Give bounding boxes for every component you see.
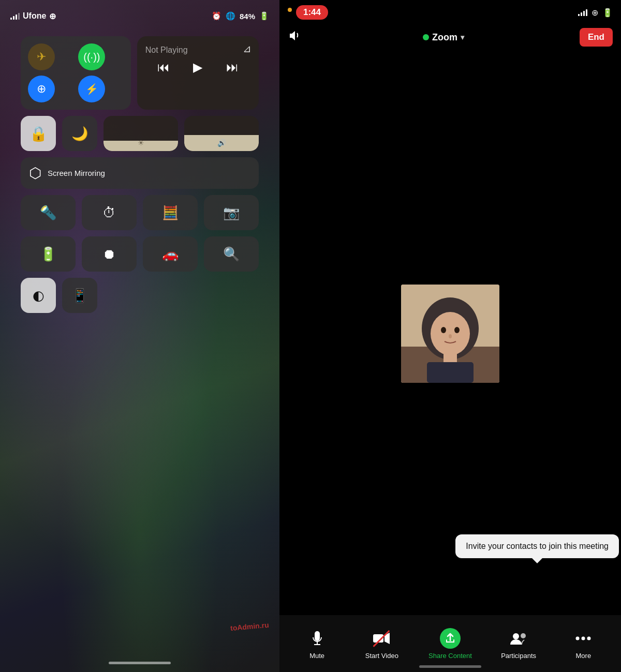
mute-button[interactable]: Mute [299,628,335,660]
participant-face [401,285,499,383]
sig-bar-1 [578,14,580,16]
media-forward-button[interactable]: ⏭ [226,60,239,74]
calculator-button[interactable]: 🧮 [143,195,198,230]
svg-point-13 [521,633,526,638]
wifi-icon: ⊕ [37,82,46,96]
status-icons-right: ⊕ 🔋 [578,8,613,18]
calculator-icon: 🧮 [162,205,179,221]
time-display: 1:44 [296,5,328,20]
airplane-mode-button[interactable]: ✈ [28,43,55,70]
media-not-playing: Not Playing [145,46,250,55]
status-bar-right: 1:44 ⊕ 🔋 [279,0,621,23]
end-meeting-button[interactable]: End [580,28,613,47]
status-bar-left: Ufone ⊕ ⏰ 🌐 84% 🔋 [0,0,279,26]
screen-mirror-label: Screen Mirroring [48,169,105,177]
video-area: Invite your contacts to join this meetin… [279,52,621,615]
svg-rect-8 [427,362,474,383]
cc-second-row: 🔒 🌙 ☀ 🔊 [21,116,259,151]
start-video-button[interactable]: Start Video [364,628,400,660]
svg-point-14 [576,636,580,640]
timer-button[interactable]: ⏱ [82,195,137,230]
torch-button[interactable]: 🔦 [21,195,76,230]
invite-tooltip-text: Invite your contacts to join this meetin… [466,542,609,550]
zoom-meeting-title[interactable]: Zoom ▾ [423,32,464,43]
alarm-icon: ⏰ [212,11,221,21]
svg-point-5 [454,327,460,333]
brightness-slider[interactable]: ☀ [103,116,178,151]
remote-button[interactable]: 📱 [62,278,97,313]
sig-bar-4 [586,9,587,16]
camera-button[interactable]: 📷 [204,195,259,230]
camera-icon: 📷 [223,205,240,221]
bluetooth-button[interactable]: ⚡ [78,76,105,102]
geofence-icon: 🌐 [226,11,235,21]
signal-bars [10,12,20,20]
cc-media-panel: ⊿ Not Playing ⏮ ▶ ⏭ [137,36,259,110]
magnifier-button[interactable]: 🔍 [204,236,259,272]
battery-percent: 84% [240,12,255,21]
screen-record-button[interactable]: ⏺ [82,236,137,272]
svg-point-3 [431,312,470,355]
participants-button[interactable]: Participants [500,628,537,660]
svg-point-4 [441,327,446,333]
cc-grid: 🔦 ⏱ 🧮 📷 🔋 ⏺ 🚗 🔍 [21,195,259,272]
svg-point-16 [587,636,591,640]
airplane-icon: ✈ [37,50,46,64]
airplay-icon[interactable]: ⊿ [243,42,252,55]
cellular-button[interactable]: ((·)) [78,43,105,70]
home-indicator-left [109,662,171,664]
screen-mirror-icon: ⬡ [29,165,41,182]
zoom-app-name: Zoom [432,32,457,43]
magnifier-icon: 🔍 [223,246,240,262]
carplay-icon: 🚗 [162,246,179,262]
more-button[interactable]: More [565,628,601,660]
recording-dot [288,8,292,12]
audio-speaker-icon[interactable] [288,29,301,46]
cellular-icon: ((·)) [83,51,100,63]
share-content-icon [440,628,461,649]
control-center-widgets: ✈ ((·)) ⊕ ⚡ ⊿ Not Playing ⏮ ▶ [21,36,259,313]
zoom-panel: 1:44 ⊕ 🔋 Zoom ▾ End [279,0,621,672]
invite-tooltip[interactable]: Invite your contacts to join this meetin… [455,534,619,558]
dark-mode-button[interactable]: ◐ [21,278,56,313]
contrast-icon: ◐ [33,288,45,304]
signal-bar-1 [10,18,12,20]
volume-slider[interactable]: 🔊 [184,116,259,151]
battery-icon-right: 🔋 [602,8,613,18]
start-video-label: Start Video [365,652,398,660]
torch-icon: 🔦 [40,205,56,221]
media-play-button[interactable]: ▶ [193,60,202,74]
svg-rect-7 [443,353,457,363]
lock-icon: 🔒 [29,125,48,142]
wifi-button[interactable]: ⊕ [28,76,55,102]
participant-avatar-svg [401,285,499,383]
signal-bar-2 [13,16,14,20]
battery-info: ⏰ 🌐 84% 🔋 [212,11,269,21]
sig-bar-2 [581,12,582,16]
sig-bar-3 [583,11,585,16]
do-not-disturb-button[interactable]: 🌙 [62,116,97,151]
participants-label: Participants [501,652,536,660]
share-circle [440,628,461,649]
battery-icon: 🔋 [259,11,269,21]
zoom-chevron-icon: ▾ [461,33,464,41]
timer-icon: ⏱ [102,205,116,221]
signal-bar-4 [18,13,20,20]
wifi-icon-left: ⊕ [49,11,56,21]
screen-mirroring-button[interactable]: ⬡ Screen Mirroring [21,157,259,189]
carrier-info: Ufone ⊕ [10,11,56,21]
svg-point-6 [449,334,452,338]
share-content-button[interactable]: Share Content [428,628,472,660]
carplay-button[interactable]: 🚗 [143,236,198,272]
media-rewind-button[interactable]: ⏮ [157,60,170,74]
signal-bars-right [578,9,587,16]
share-content-label: Share Content [428,652,472,660]
remote-icon: 📱 [71,288,88,304]
low-power-button[interactable]: 🔋 [21,236,76,272]
control-center-panel: Ufone ⊕ ⏰ 🌐 84% 🔋 ✈ ((·)) ⊕ [0,0,279,672]
participants-icon [508,628,529,649]
svg-point-12 [513,633,519,639]
mute-label: Mute [309,652,324,660]
screen-lock-button[interactable]: 🔒 [21,116,56,151]
cc-top-row: ✈ ((·)) ⊕ ⚡ ⊿ Not Playing ⏮ ▶ [21,36,259,110]
